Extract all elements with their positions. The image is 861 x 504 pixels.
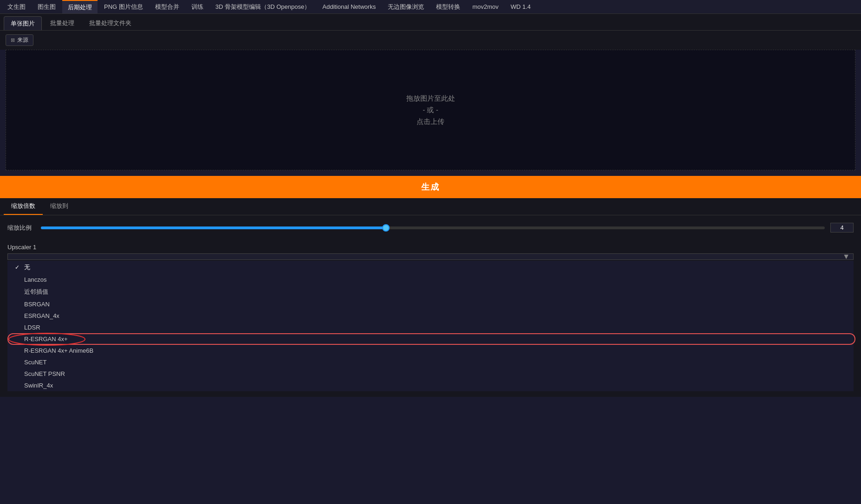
tab-batch[interactable]: 批量处理 [44,16,81,30]
nav-infiniteimage[interactable]: 无边图像浏览 [382,0,430,14]
nav-text2img[interactable]: 文生图 [2,0,31,14]
dropdown-item-none-label: 无 [24,263,30,271]
tab-single[interactable]: 单张图片 [4,16,42,30]
slider-thumb[interactable] [382,224,390,232]
tab-batchfolder[interactable]: 批量处理文件夹 [83,16,138,30]
source-button-label: 来源 [17,36,28,44]
dropdown-item-scunet-label: ScuNET [24,359,46,366]
scale-slider-container [41,223,825,233]
dropdown-item-none[interactable]: ✓ 无 [7,261,854,274]
scale-tabs: 缩放倍数 缩放到 [0,198,861,215]
tab-scaleby[interactable]: 缩放倍数 [4,198,43,215]
scale-section: 缩放比例 4 [0,215,861,238]
dropdown-item-ldsr-label: LDSR [24,324,40,331]
drop-zone-line1: 拖放图片至此处 [406,94,455,103]
dropdown-arrow-icon: ▼ [842,252,850,261]
dropdown-item-resrgan4xplusanime6b-label: R-ESRGAN 4x+ Anime6B [24,347,93,354]
top-nav: 文生图 图生图 后期处理 PNG 图片信息 模型合并 训练 3D 骨架模型编辑（… [0,0,861,14]
nav-postprocess[interactable]: 后期处理 [62,0,98,14]
nav-additionalnetworks[interactable]: Additional Networks [317,0,381,14]
dropdown-item-scunetpsnr[interactable]: ScuNET PSNR [7,368,854,380]
dropdown-item-resrgan4xplus[interactable]: R-ESRGAN 4x+ [7,333,854,345]
dropdown-item-ldsr[interactable]: LDSR [7,322,854,333]
dropdown-item-nearest-label: 近邻插值 [24,288,48,296]
nav-train[interactable]: 训练 [186,0,209,14]
upscaler1-input[interactable]: ▼ [7,253,854,260]
nav-wd[interactable]: WD 1.4 [505,0,536,14]
dropdown-item-bsrgan-label: BSRGAN [24,301,50,308]
generate-button[interactable]: 生成 [0,176,861,198]
upscaler1-label: Upscaler 1 [7,244,854,251]
nav-modelconvert[interactable]: 模型转换 [430,0,466,14]
dropdown-item-resrgan4xplusanime6b[interactable]: R-ESRGAN 4x+ Anime6B [7,345,854,356]
dropdown-item-swinir4x[interactable]: SwinIR_4x [7,380,854,391]
dropdown-item-lanczos[interactable]: Lanczos [7,274,854,285]
dropdown-item-resrgan4xplus-label: R-ESRGAN 4x+ [24,336,68,342]
dropdown-item-swinir4x-label: SwinIR_4x [24,382,53,389]
dropdown-item-bsrgan[interactable]: BSRGAN [7,298,854,310]
upscaler1-section: Upscaler 1 ▼ ✓ 无 Lanczos 近邻插值 BSRGAN ESR… [0,238,861,397]
dropdown-item-esrgan4x[interactable]: ESRGAN_4x [7,310,854,322]
nav-modelmerge[interactable]: 模型合并 [150,0,185,14]
check-mark-none: ✓ [15,264,21,271]
dropdown-item-nearest[interactable]: 近邻插值 [7,285,854,298]
source-bar: ⊠ 来源 [0,31,861,50]
dropdown-item-esrgan4x-label: ESRGAN_4x [24,312,59,319]
nav-img2img[interactable]: 图生图 [32,0,61,14]
nav-pnginfo[interactable]: PNG 图片信息 [98,0,149,14]
scale-ratio-label: 缩放比例 [7,224,35,232]
drop-zone[interactable]: 拖放图片至此处 - 或 - 点击上传 [6,50,855,170]
source-button[interactable]: ⊠ 来源 [6,34,33,46]
dropdown-item-scunet[interactable]: ScuNET [7,356,854,368]
slider-fill [41,226,386,229]
tab-scaleto[interactable]: 缩放到 [43,198,76,215]
drop-zone-line2: - 或 - [423,106,438,115]
nav-openpose[interactable]: 3D 骨架模型编辑（3D Openpose） [210,0,316,14]
dropdown-item-scunetpsnr-label: ScuNET PSNR [24,370,65,377]
nav-mov2mov[interactable]: mov2mov [467,0,504,14]
slider-track [41,226,825,229]
upscaler1-dropdown-list: ✓ 无 Lanczos 近邻插值 BSRGAN ESRGAN_4x LDSR R… [7,261,854,391]
upscaler1-dropdown-container: ▼ [7,253,854,260]
sub-tabs: 单张图片 批量处理 批量处理文件夹 [0,14,861,31]
source-icon: ⊠ [11,37,15,43]
scale-value-box[interactable]: 4 [830,223,854,233]
drop-zone-line3: 点击上传 [417,117,444,126]
dropdown-item-lanczos-label: Lanczos [24,276,46,283]
